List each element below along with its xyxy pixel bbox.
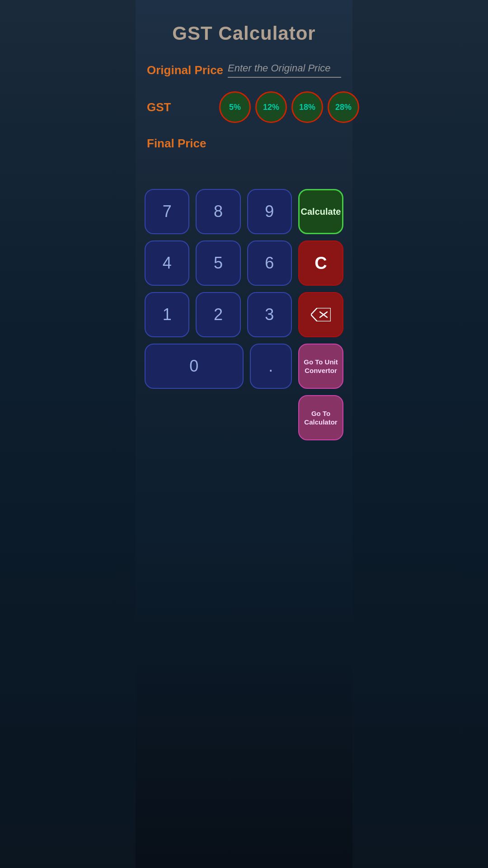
gst-18-button[interactable]: 18% [291,91,323,123]
backspace-icon [311,308,331,321]
keypad-row-5: Go To Calculator [145,395,343,440]
app-title: GST Calculator [145,23,343,44]
app-container: GST Calculator Original Price Enter the … [136,0,352,868]
backspace-button[interactable] [298,292,343,337]
key-6[interactable]: 6 [247,241,292,286]
key-4[interactable]: 4 [145,241,189,286]
gst-buttons: 5% 12% 18% 28% [219,91,359,123]
gst-row: GST 5% 12% 18% 28% [145,91,343,123]
calculate-button[interactable]: Calculate [298,189,343,234]
final-price-row: Final Price [145,137,343,166]
final-price-label: Final Price [147,137,341,151]
keypad-row-4: 0 . Go To Unit Convertor [145,344,343,389]
final-price-value [147,153,341,166]
keypad-row-1: 7 8 9 Calculate [145,189,343,234]
key-0[interactable]: 0 [145,344,244,389]
key-7[interactable]: 7 [145,189,189,234]
original-price-row: Original Price Enter the Original Price [145,62,343,78]
gst-28-button[interactable]: 28% [328,91,359,123]
key-5[interactable]: 5 [196,241,240,286]
key-2[interactable]: 2 [196,292,240,337]
goto-calculator-button[interactable]: Go To Calculator [298,395,343,440]
svg-marker-0 [311,308,331,321]
gst-5-button[interactable]: 5% [219,91,251,123]
keypad: 7 8 9 Calculate 4 5 6 C 1 2 3 [145,189,343,440]
gst-label: GST [147,100,219,114]
gst-12-button[interactable]: 12% [255,91,287,123]
key-1[interactable]: 1 [145,292,189,337]
clear-button[interactable]: C [298,241,343,286]
keypad-row-3: 1 2 3 [145,292,343,337]
original-price-input-wrapper[interactable]: Enter the Original Price [228,62,341,78]
key-8[interactable]: 8 [196,189,240,234]
backspace-svg [311,308,331,321]
unit-converter-button[interactable]: Go To Unit Convertor [298,344,343,389]
key-dot[interactable]: . [250,344,292,389]
keypad-row-2: 4 5 6 C [145,241,343,286]
original-price-label: Original Price [147,63,223,77]
key-3[interactable]: 3 [247,292,292,337]
original-price-placeholder: Enter the Original Price [228,62,330,74]
key-9[interactable]: 9 [247,189,292,234]
